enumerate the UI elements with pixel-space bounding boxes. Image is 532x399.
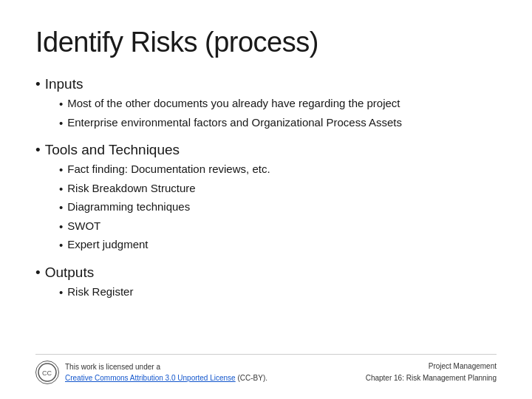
license-link[interactable]: Creative Commons Attribution 3.0 Unporte… [65, 374, 236, 382]
sub-bullet-icon: • [59, 96, 63, 113]
bullet-tools-icon: • [35, 142, 41, 158]
section-outputs-header: • Outputs [35, 265, 497, 281]
sub-bullet-icon: • [59, 219, 63, 236]
slide: Identify Risks (process) • Inputs • Most… [0, 0, 532, 399]
tools-sub-list: • Fact finding: Documentation reviews, e… [35, 161, 497, 254]
tools-item-1: Fact finding: Documentation reviews, etc… [67, 161, 270, 178]
list-item: • Enterprise environmental factors and O… [59, 115, 497, 132]
outputs-item-1: Risk Register [67, 284, 133, 301]
content-area: • Inputs • Most of the other documents y… [35, 76, 497, 348]
section-inputs: • Inputs • Most of the other documents y… [35, 76, 497, 132]
list-item: • SWOT [59, 218, 497, 236]
section-outputs: • Outputs • Risk Register [35, 265, 497, 301]
section-inputs-label: Inputs [45, 76, 83, 92]
footer-license-text: This work is licensed under a Creative C… [65, 361, 267, 383]
footer-right-line1: Project Management [429, 362, 497, 370]
list-item: • Risk Breakdown Structure [59, 180, 497, 198]
list-item: • Risk Register [59, 284, 497, 301]
tools-item-4: SWOT [67, 218, 100, 235]
list-item: • Most of the other documents you alread… [59, 95, 497, 113]
section-tools-label: Tools and Techniques [45, 142, 180, 158]
section-tools: • Tools and Techniques • Fact finding: D… [35, 142, 497, 254]
list-item: • Diagramming techniques [59, 199, 497, 216]
bullet-inputs-icon: • [35, 76, 41, 92]
section-outputs-label: Outputs [45, 265, 95, 281]
sub-bullet-icon: • [59, 181, 63, 198]
footer: CC This work is licensed under a Creativ… [35, 354, 497, 384]
sub-bullet-icon: • [59, 200, 63, 216]
license-line1: This work is licensed under a [65, 363, 160, 371]
bullet-outputs-icon: • [35, 265, 41, 281]
section-tools-header: • Tools and Techniques [35, 142, 497, 158]
sub-bullet-icon: • [59, 115, 63, 132]
outputs-sub-list: • Risk Register [35, 284, 497, 301]
inputs-sub-list: • Most of the other documents you alread… [35, 95, 497, 132]
svg-text:CC: CC [42, 369, 52, 377]
sub-bullet-icon: • [59, 284, 63, 301]
cc-license-icon: CC [35, 361, 59, 384]
inputs-item-2: Enterprise environmental factors and Org… [67, 115, 402, 132]
tools-item-5: Expert judgment [67, 236, 148, 253]
footer-right-line2: Chapter 16: Risk Management Planning [366, 374, 497, 382]
tools-item-3: Diagramming techniques [67, 199, 190, 216]
list-item: • Expert judgment [59, 236, 497, 254]
tools-item-2: Risk Breakdown Structure [67, 180, 195, 197]
sub-bullet-icon: • [59, 162, 63, 179]
section-inputs-header: • Inputs [35, 76, 497, 92]
footer-right: Project Management Chapter 16: Risk Mana… [366, 361, 497, 384]
slide-title: Identify Risks (process) [35, 27, 497, 58]
sub-bullet-icon: • [59, 237, 63, 254]
footer-left: CC This work is licensed under a Creativ… [35, 361, 267, 384]
license-suffix: (CC-BY). [236, 374, 267, 382]
inputs-item-1: Most of the other documents you already … [67, 95, 400, 112]
list-item: • Fact finding: Documentation reviews, e… [59, 161, 497, 179]
